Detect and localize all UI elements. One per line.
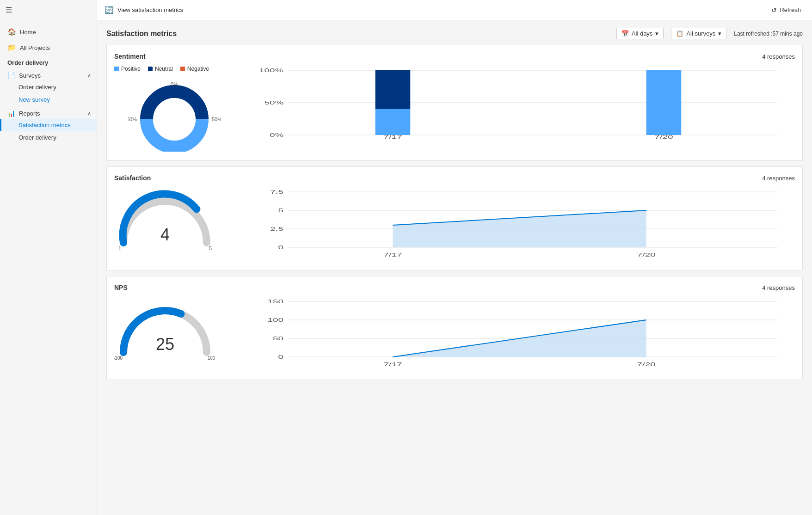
svg-text:5: 5 bbox=[209, 245, 212, 251]
reports-chevron: ∧ bbox=[87, 110, 91, 116]
days-filter-button[interactable]: 📅 All days ▾ bbox=[616, 28, 664, 39]
svg-text:2.5: 2.5 bbox=[270, 226, 283, 232]
legend-positive: Positive bbox=[114, 66, 141, 72]
reports-icon: 📊 bbox=[7, 110, 15, 117]
satisfaction-responses: 4 responses bbox=[762, 175, 795, 182]
days-filter-label: All days bbox=[632, 30, 653, 37]
nps-area-chart: 150 100 50 0 7/17 7/20 bbox=[253, 297, 795, 372]
neutral-dot bbox=[148, 67, 153, 71]
svg-text:0: 0 bbox=[278, 245, 284, 251]
svg-text:7/20: 7/20 bbox=[637, 362, 655, 368]
sentiment-card-body: Positive Neutral Negative bbox=[114, 66, 795, 153]
sentiment-legend: Positive Neutral Negative bbox=[114, 66, 234, 72]
sidebar-item-order-delivery-report[interactable]: Order delivery bbox=[0, 131, 97, 144]
refresh-button[interactable]: ↺ Refresh bbox=[768, 5, 805, 16]
surveys-chevron: ∧ bbox=[87, 73, 91, 79]
satisfaction-card: Satisfaction 4 responses 1 5 4 bbox=[106, 166, 803, 270]
svg-text:0%: 0% bbox=[171, 81, 178, 87]
main-content: 🔄 View satisfaction metrics ↺ Refresh Sa… bbox=[97, 0, 812, 515]
sentiment-bar-chart-area: 100% 50% 0% 7/17 7/20 bbox=[253, 66, 795, 153]
satisfaction-card-header: Satisfaction 4 responses bbox=[114, 174, 795, 182]
days-chevron-icon: ▾ bbox=[655, 30, 658, 37]
positive-label: Positive bbox=[121, 66, 141, 72]
surveys-label: Surveys bbox=[19, 72, 41, 79]
negative-dot bbox=[180, 67, 185, 71]
reports-label: Reports bbox=[19, 110, 40, 117]
positive-dot bbox=[114, 67, 119, 71]
satisfaction-area-chart: 7.5 5 2.5 0 7/17 7/20 bbox=[253, 187, 795, 263]
projects-icon: 📁 bbox=[7, 43, 16, 52]
surveys-icon: 📄 bbox=[7, 72, 15, 79]
breadcrumb-text: View satisfaction metrics bbox=[117, 6, 183, 13]
sentiment-donut-area: Positive Neutral Negative bbox=[114, 66, 234, 153]
svg-text:7.5: 7.5 bbox=[270, 189, 283, 195]
svg-rect-14 bbox=[375, 109, 411, 135]
svg-text:100: 100 bbox=[208, 356, 215, 361]
legend-neutral: Neutral bbox=[148, 66, 173, 72]
svg-text:150: 150 bbox=[267, 299, 283, 305]
satisfaction-title: Satisfaction bbox=[114, 174, 151, 182]
sidebar-item-order-delivery[interactable]: Order delivery bbox=[0, 81, 97, 93]
sidebar-item-new-survey[interactable]: New survey bbox=[0, 93, 97, 106]
topbar-left: 🔄 View satisfaction metrics bbox=[105, 6, 183, 14]
satisfaction-gauge-area: 1 5 4 bbox=[114, 187, 234, 263]
home-icon: 🏠 bbox=[7, 28, 16, 36]
nps-card: NPS 4 responses bbox=[106, 276, 803, 380]
svg-text:100%: 100% bbox=[259, 67, 283, 74]
sidebar: ☰ 🏠 Home 📁 All Projects Order delivery 📄… bbox=[0, 0, 97, 515]
order-delivery-section-label: Order delivery bbox=[7, 59, 48, 66]
sentiment-title: Sentiment bbox=[114, 53, 146, 60]
svg-marker-29 bbox=[393, 210, 646, 247]
topbar: 🔄 View satisfaction metrics ↺ Refresh bbox=[97, 0, 812, 20]
nps-gauge-area: -100 100 25 bbox=[114, 297, 234, 372]
donut-svg: 0% 50% 50% bbox=[128, 78, 221, 152]
refresh-label: Refresh bbox=[780, 6, 801, 13]
last-refresh-label: Last refreshed :57 mins ago bbox=[734, 31, 803, 37]
sidebar-item-all-projects[interactable]: 📁 All Projects bbox=[0, 40, 97, 55]
surveys-chevron-icon: ▾ bbox=[718, 30, 721, 37]
negative-label: Negative bbox=[187, 66, 209, 72]
sidebar-item-home[interactable]: 🏠 Home bbox=[0, 24, 97, 40]
svg-text:100: 100 bbox=[267, 317, 283, 323]
content-area: Satisfaction metrics 📅 All days ▾ 📋 All … bbox=[97, 20, 812, 515]
sentiment-card-header: Sentiment 4 responses bbox=[114, 53, 795, 60]
svg-text:1: 1 bbox=[118, 245, 121, 251]
breadcrumb-icon: 🔄 bbox=[105, 6, 114, 14]
svg-text:7/17: 7/17 bbox=[383, 134, 402, 140]
svg-text:25: 25 bbox=[156, 335, 174, 354]
home-label: Home bbox=[20, 29, 36, 36]
satisfaction-card-body: 1 5 4 7.5 5 bbox=[114, 187, 795, 263]
sidebar-section-order-delivery: Order delivery bbox=[0, 55, 97, 68]
hamburger-icon[interactable]: ☰ bbox=[6, 6, 12, 14]
svg-text:7/20: 7/20 bbox=[654, 134, 673, 140]
svg-rect-13 bbox=[375, 70, 411, 109]
neutral-label: Neutral bbox=[155, 66, 173, 72]
svg-text:4: 4 bbox=[160, 225, 170, 244]
surveys-filter-label: All surveys bbox=[686, 30, 715, 37]
sidebar-item-satisfaction-metrics[interactable]: Satisfaction metrics bbox=[0, 119, 97, 131]
svg-rect-15 bbox=[646, 70, 682, 135]
nps-area-svg: 150 100 50 0 7/17 7/20 bbox=[253, 297, 795, 371]
svg-text:7/20: 7/20 bbox=[637, 252, 655, 258]
surveys-section-row[interactable]: 📄 Surveys ∧ bbox=[0, 68, 97, 81]
satisfaction-area-svg: 7.5 5 2.5 0 7/17 7/20 bbox=[253, 187, 795, 261]
page-controls: 📅 All days ▾ 📋 All surveys ▾ Last refres… bbox=[616, 28, 803, 39]
svg-text:7/17: 7/17 bbox=[383, 252, 402, 258]
svg-text:50%: 50% bbox=[212, 116, 221, 122]
svg-text:0%: 0% bbox=[270, 132, 283, 138]
sentiment-card: Sentiment 4 responses Positive Neutral bbox=[106, 45, 803, 161]
sidebar-nav: 🏠 Home 📁 All Projects Order delivery 📄 S… bbox=[0, 20, 97, 515]
svg-text:7/17: 7/17 bbox=[383, 362, 402, 368]
reports-section-row[interactable]: 📊 Reports ∧ bbox=[0, 106, 97, 119]
svg-text:50%: 50% bbox=[128, 116, 137, 122]
nps-gauge-svg: -100 100 25 bbox=[114, 297, 216, 362]
page-header: Satisfaction metrics 📅 All days ▾ 📋 All … bbox=[106, 28, 803, 39]
sentiment-responses: 4 responses bbox=[762, 53, 795, 60]
nps-card-body: -100 100 25 150 100 bbox=[114, 297, 795, 372]
svg-text:-100: -100 bbox=[114, 356, 123, 361]
all-projects-label: All Projects bbox=[20, 44, 50, 51]
surveys-filter-button[interactable]: 📋 All surveys ▾ bbox=[671, 28, 726, 39]
nps-title: NPS bbox=[114, 284, 128, 291]
surveys-filter-icon: 📋 bbox=[676, 30, 683, 37]
nps-responses: 4 responses bbox=[762, 284, 795, 291]
